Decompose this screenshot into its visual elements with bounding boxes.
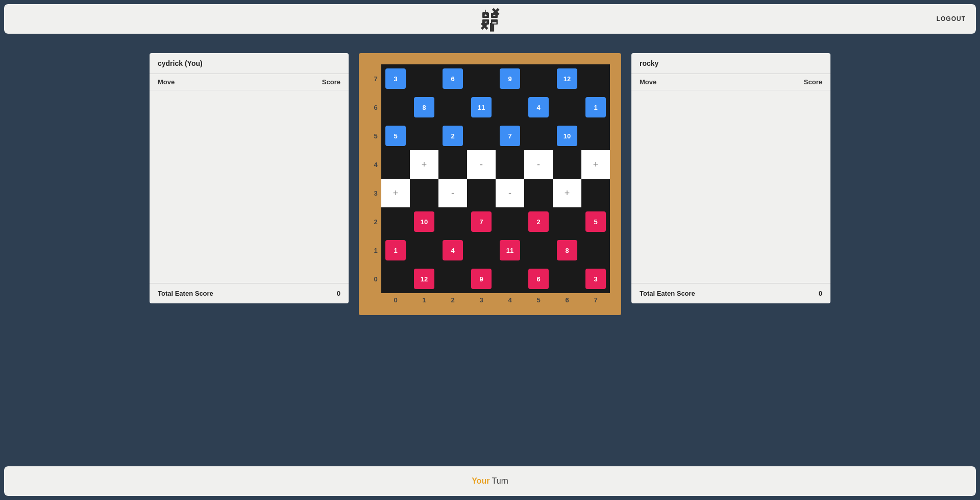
cell-3-6[interactable]: + — [553, 179, 581, 207]
cell-4-0[interactable] — [381, 150, 410, 179]
cell-6-6[interactable] — [553, 93, 581, 122]
cell-2-2[interactable] — [438, 207, 467, 236]
piece-pink-12: 12 — [414, 269, 434, 289]
col-label-7: 7 — [581, 293, 610, 304]
cell-2-1[interactable]: 10 — [410, 207, 438, 236]
your-text: Your — [472, 477, 489, 485]
board-row-5-grid: 52710 — [381, 122, 610, 150]
cell-4-2[interactable] — [438, 150, 467, 179]
board-row-1-grid: 14118 — [381, 236, 610, 265]
cell-1-0[interactable]: 1 — [381, 236, 410, 265]
cell-4-3[interactable]: - — [467, 150, 496, 179]
cell-2-7[interactable]: 5 — [581, 207, 610, 236]
cell-3-0[interactable]: + — [381, 179, 410, 207]
cell-4-1[interactable]: + — [410, 150, 438, 179]
cell-3-7[interactable] — [581, 179, 610, 207]
cell-6-4[interactable] — [496, 93, 524, 122]
piece-pink-3: 3 — [585, 269, 606, 289]
cell-3-2[interactable]: - — [438, 179, 467, 207]
cell-5-5[interactable] — [524, 122, 553, 150]
cell-7-2[interactable]: 6 — [438, 64, 467, 93]
logout-button[interactable]: LOGOUT — [937, 15, 966, 22]
cell-7-5[interactable] — [524, 64, 553, 93]
cell-0-1[interactable]: 12 — [410, 265, 438, 293]
cell-6-2[interactable] — [438, 93, 467, 122]
piece-pink-4: 4 — [443, 240, 463, 260]
svg-text:+: + — [484, 13, 487, 18]
cell-0-4[interactable] — [496, 265, 524, 293]
cell-3-3[interactable] — [467, 179, 496, 207]
cell-3-4[interactable]: - — [496, 179, 524, 207]
cell-1-1[interactable] — [410, 236, 438, 265]
cell-2-5[interactable]: 2 — [524, 207, 553, 236]
cell-4-6[interactable] — [553, 150, 581, 179]
cell-1-2[interactable]: 4 — [438, 236, 467, 265]
cell-0-2[interactable] — [438, 265, 467, 293]
cell-5-2[interactable]: 2 — [438, 122, 467, 150]
board-row-5: 5 52710 — [370, 122, 610, 150]
cell-0-0[interactable] — [381, 265, 410, 293]
cell-7-3[interactable] — [467, 64, 496, 93]
board-wrapper: 7 36912 6 81141 5 52710 4 +--+ — [359, 53, 621, 315]
row-label-6: 6 — [370, 104, 381, 111]
cell-7-7[interactable] — [581, 64, 610, 93]
right-col-score: Score — [804, 78, 822, 86]
row-label-4: 4 — [370, 161, 381, 169]
cell-3-5[interactable] — [524, 179, 553, 207]
right-panel-scroll[interactable] — [631, 90, 830, 283]
piece-pink-9: 9 — [471, 269, 492, 289]
cell-5-1[interactable] — [410, 122, 438, 150]
cell-4-7[interactable]: + — [581, 150, 610, 179]
cell-4-4[interactable] — [496, 150, 524, 179]
row-label-2: 2 — [370, 218, 381, 226]
cell-5-4[interactable]: 7 — [496, 122, 524, 150]
cell-5-7[interactable] — [581, 122, 610, 150]
cell-2-4[interactable] — [496, 207, 524, 236]
cell-6-3[interactable]: 11 — [467, 93, 496, 122]
cell-6-1[interactable]: 8 — [410, 93, 438, 122]
cell-6-0[interactable] — [381, 93, 410, 122]
cell-1-7[interactable] — [581, 236, 610, 265]
row-label-5: 5 — [370, 132, 381, 140]
piece-blue-5: 5 — [385, 126, 406, 146]
cell-1-5[interactable] — [524, 236, 553, 265]
cell-7-0[interactable]: 3 — [381, 64, 410, 93]
cell-1-4[interactable]: 11 — [496, 236, 524, 265]
cell-4-5[interactable]: - — [524, 150, 553, 179]
left-total-label: Total Eaten Score — [158, 290, 213, 297]
cell-7-4[interactable]: 9 — [496, 64, 524, 93]
right-score-panel: rocky Move Score Total Eaten Score 0 — [631, 53, 830, 303]
cell-1-6[interactable]: 8 — [553, 236, 581, 265]
right-total-label: Total Eaten Score — [640, 290, 695, 297]
cell-7-6[interactable]: 12 — [553, 64, 581, 93]
svg-text:×: × — [484, 20, 487, 25]
cell-0-5[interactable]: 6 — [524, 265, 553, 293]
cell-5-3[interactable] — [467, 122, 496, 150]
piece-pink-2: 2 — [528, 211, 549, 232]
piece-pink-5: 5 — [585, 211, 606, 232]
cell-7-1[interactable] — [410, 64, 438, 93]
cell-5-0[interactable]: 5 — [381, 122, 410, 150]
left-panel-scroll[interactable] — [150, 90, 349, 283]
cell-2-6[interactable] — [553, 207, 581, 236]
cell-3-1[interactable] — [410, 179, 438, 207]
cell-2-3[interactable]: 7 — [467, 207, 496, 236]
left-col-move: Move — [158, 78, 175, 86]
cell-6-7[interactable]: 1 — [581, 93, 610, 122]
cell-6-5[interactable]: 4 — [524, 93, 553, 122]
right-col-move: Move — [640, 78, 656, 86]
board-row-2-grid: 10725 — [381, 207, 610, 236]
cell-0-3[interactable]: 9 — [467, 265, 496, 293]
cell-5-6[interactable]: 10 — [553, 122, 581, 150]
piece-blue-7: 7 — [500, 126, 520, 146]
cell-2-0[interactable] — [381, 207, 410, 236]
piece-blue-9: 9 — [500, 68, 520, 89]
col-label-2: 2 — [438, 293, 467, 304]
row-label-7: 7 — [370, 75, 381, 83]
row-label-3: 3 — [370, 189, 381, 197]
cell-0-7[interactable]: 3 — [581, 265, 610, 293]
svg-text:▬: ▬ — [493, 20, 497, 25]
cell-0-6[interactable] — [553, 265, 581, 293]
cell-1-3[interactable] — [467, 236, 496, 265]
board-row-0: 0 12963 — [370, 265, 610, 293]
